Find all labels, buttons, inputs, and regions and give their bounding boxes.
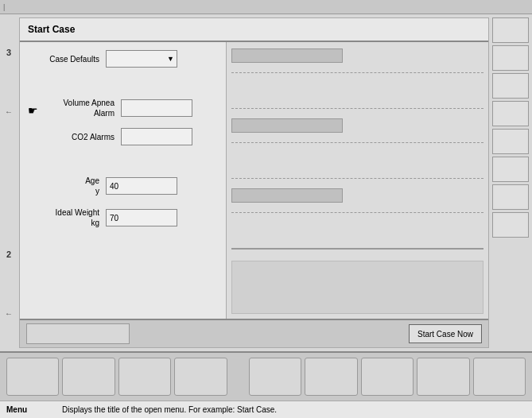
right-bar-5 <box>231 188 343 203</box>
form-area: Case Defaults ▼ ☛ <box>20 42 488 319</box>
right-content-row-3 <box>231 117 483 134</box>
marker-2: 2 <box>6 250 11 259</box>
right-content-row-6 <box>231 221 483 240</box>
marker-2-arrow: ← <box>5 309 13 318</box>
right-divider <box>231 248 483 250</box>
sidebar-box-1 <box>492 17 529 43</box>
bottom-button-area <box>0 351 532 401</box>
sidebar-box-7 <box>492 184 529 210</box>
page-title: Start Case <box>28 24 75 35</box>
right-form <box>227 42 488 319</box>
bottom-btn-2[interactable] <box>62 358 115 396</box>
ideal-weight-label: Ideal Weight kg <box>28 207 99 228</box>
dashed-sep-3 <box>231 142 483 143</box>
right-bar-3 <box>231 118 343 133</box>
bottom-btn-4[interactable] <box>174 358 227 396</box>
right-content-row-4 <box>231 151 483 170</box>
ideal-weight-input[interactable] <box>106 209 177 226</box>
age-label: Age y <box>28 176 99 196</box>
sidebar-box-5 <box>492 129 529 154</box>
right-content-row-5 <box>231 187 483 204</box>
case-defaults-row: Case Defaults ▼ <box>28 50 218 68</box>
bottom-btn-5[interactable] <box>249 358 301 396</box>
top-bar: | <box>0 0 532 14</box>
start-case-now-button[interactable]: Start Case Now <box>409 324 482 343</box>
person-icon: ☛ <box>28 104 38 117</box>
age-row: Age y <box>28 176 218 196</box>
age-input[interactable] <box>106 177 177 195</box>
right-sidebar: 4 R 74, 247 <box>491 14 532 351</box>
footer-bar: Menu Displays the title of the open menu… <box>0 401 532 418</box>
co2-alarms-row: CO2 Alarms <box>43 128 192 145</box>
volume-apnea-row: Volume Apnea Alarm <box>43 98 192 118</box>
right-bar-1 <box>231 48 343 63</box>
spacer2 <box>28 157 218 164</box>
sidebar-box-3 <box>492 73 529 99</box>
alarm-section: ☛ Volume Apnea Alarm CO2 Alarms <box>28 98 218 145</box>
marker-3: 3 <box>6 48 11 57</box>
bottom-btn-6[interactable] <box>305 358 357 396</box>
bottom-box <box>26 323 130 344</box>
bottom-btn-3[interactable] <box>118 358 171 396</box>
bottom-btn-7[interactable] <box>361 358 414 396</box>
spacer1 <box>28 79 218 87</box>
volume-apnea-label: Volume Apnea Alarm <box>43 98 115 118</box>
title-bar: Start Case <box>20 18 488 42</box>
left-form: Case Defaults ▼ ☛ <box>20 42 227 319</box>
main-area: 3 ← 2 ← Start Case Case Defaults <box>0 14 532 351</box>
annotation-container: 4 R 74, 247 <box>492 240 530 304</box>
sidebar-box-2 <box>492 45 529 71</box>
footer-description: Displays the title of the open menu. For… <box>62 405 277 414</box>
marker-3-arrow: ← <box>5 107 13 116</box>
center-panel: Start Case Case Defaults ▼ <box>19 17 489 348</box>
footer-menu-label: Menu <box>6 405 46 414</box>
case-defaults-select[interactable] <box>106 50 177 68</box>
sidebar-box-6 <box>492 157 529 182</box>
sidebar-box-8 <box>492 212 529 238</box>
dashed-sep-5 <box>231 212 483 213</box>
outer-container: | 3 ← 2 ← Start Case Case Default <box>0 0 532 418</box>
case-defaults-label: Case Defaults <box>28 54 99 64</box>
sidebar-box-4 <box>492 101 529 126</box>
bottom-btn-1[interactable] <box>6 358 59 396</box>
center-bottom-bar: Start Case Now <box>20 319 488 347</box>
ideal-weight-row: Ideal Weight kg <box>28 207 218 228</box>
co2-alarms-label: CO2 Alarms <box>43 132 115 142</box>
volume-apnea-input[interactable] <box>121 99 192 117</box>
dashed-sep-4 <box>231 178 483 179</box>
dashed-sep-2 <box>231 108 483 109</box>
dashed-sep-1 <box>231 72 483 73</box>
right-content-row-2 <box>231 81 483 100</box>
bottom-btn-8[interactable] <box>417 358 469 396</box>
case-defaults-select-container: ▼ <box>106 50 177 68</box>
co2-alarms-input[interactable] <box>121 128 192 145</box>
alarm-fields: Volume Apnea Alarm CO2 Alarms <box>43 98 192 145</box>
right-lower-section <box>231 261 483 314</box>
bottom-btn-9[interactable] <box>473 358 526 396</box>
right-content-row-1 <box>231 47 483 64</box>
left-labels: 3 ← 2 ← <box>0 14 17 351</box>
